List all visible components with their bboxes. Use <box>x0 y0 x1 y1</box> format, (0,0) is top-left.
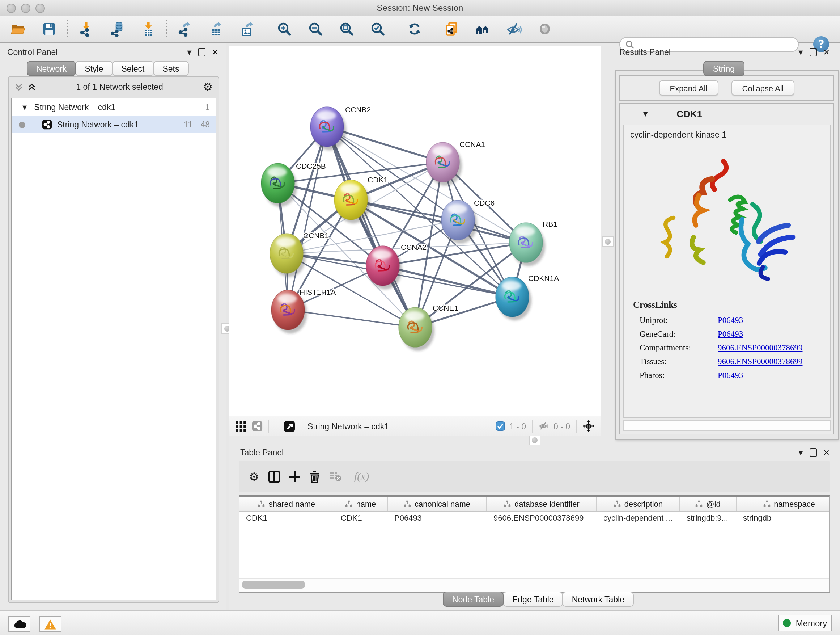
tab-edge-table[interactable]: Edge Table <box>503 592 563 607</box>
tree-expand-icon[interactable]: ▼ <box>22 104 27 111</box>
network-canvas[interactable]: CCNB2CCNA1CDC25BCDK1CDC6RB1CCNB1CCNA2CDK… <box>229 46 601 416</box>
add-column-icon[interactable] <box>290 471 301 482</box>
genecard-link[interactable]: P06493 <box>718 329 743 338</box>
svg-text:CCNA1: CCNA1 <box>459 140 485 149</box>
delete-column-trash-icon[interactable] <box>310 470 320 483</box>
expand-all-button[interactable]: Expand All <box>659 80 718 96</box>
import-network-from-database-icon[interactable] <box>106 18 128 40</box>
save-session-icon[interactable] <box>38 18 60 40</box>
collapse-all-button[interactable]: Collapse All <box>731 80 795 96</box>
warning-icon <box>44 619 57 630</box>
expand-all-icon[interactable] <box>27 82 36 91</box>
maximize-panel-icon[interactable] <box>810 48 817 57</box>
close-panel-icon[interactable]: ✕ <box>212 48 218 57</box>
open-in-window-icon[interactable] <box>284 420 295 432</box>
column-header[interactable]: @id <box>680 497 737 511</box>
table-row[interactable]: CDK1 CDK1 P06493 9606.ENSP00000378699 cy… <box>240 512 829 526</box>
network-edge-count: 48 <box>193 120 210 129</box>
tab-style[interactable]: Style <box>75 61 112 76</box>
zoom-selected-icon[interactable] <box>367 18 388 40</box>
splitter-handle-bottom[interactable] <box>529 434 540 445</box>
protein-node-CDKN1A <box>496 277 531 320</box>
protein-node-HIST1H1A <box>271 290 307 333</box>
tab-select[interactable]: Select <box>112 61 154 76</box>
network-row-selected[interactable]: String Network – cdk1 11 48 <box>11 116 216 133</box>
import-table-icon[interactable] <box>137 18 159 40</box>
close-panel-icon[interactable]: ✕ <box>823 448 830 457</box>
warnings-button[interactable] <box>39 616 62 632</box>
protein-section: ▼ CDK1 cyclin-dependent kinase 1 CrossLi… <box>619 103 834 434</box>
tissues-link[interactable]: 9606.ENSP00000378699 <box>718 357 803 366</box>
float-panel-icon[interactable]: ▼ <box>798 449 803 456</box>
column-type-icon <box>345 500 352 508</box>
birds-eye-view-icon[interactable] <box>236 421 246 431</box>
svg-text:CCNE1: CCNE1 <box>433 304 458 312</box>
zoom-fit-icon[interactable] <box>336 18 357 40</box>
close-panel-icon[interactable]: ✕ <box>823 48 830 57</box>
tab-network[interactable]: Network <box>27 61 76 76</box>
cloud-status-button[interactable] <box>8 616 30 632</box>
show-columns-icon[interactable] <box>269 470 280 483</box>
maximize-panel-icon[interactable] <box>198 48 205 57</box>
tab-string[interactable]: String <box>704 61 744 76</box>
hide-glasses-icon[interactable] <box>503 18 524 40</box>
float-panel-icon[interactable]: ▼ <box>798 49 803 55</box>
results-scrollbar-track[interactable] <box>623 420 831 431</box>
export-network-icon[interactable] <box>174 18 196 40</box>
pan-crosshair-icon[interactable] <box>583 420 595 432</box>
tab-node-table[interactable]: Node Table <box>443 592 504 607</box>
refresh-icon[interactable] <box>404 18 425 40</box>
horizontal-scrollbar[interactable] <box>240 578 829 592</box>
table-header-row: shared name name canonical name database… <box>240 497 829 512</box>
table-settings-gear-icon[interactable]: ⚙ <box>249 470 259 483</box>
column-header[interactable]: namespace <box>737 497 830 511</box>
network-collection-row[interactable]: ▼ String Network – cdk1 1 <box>11 98 216 116</box>
export-image-icon[interactable] <box>237 18 258 40</box>
table-toolbar: ⚙ f(x) <box>239 461 830 492</box>
network-list-header: 1 of 1 Network selected ⚙ <box>9 77 218 96</box>
section-collapse-icon[interactable]: ▼ <box>643 111 647 117</box>
zoom-out-icon[interactable] <box>305 18 326 40</box>
column-header[interactable]: database identifier <box>487 497 597 511</box>
column-header[interactable]: name <box>334 497 388 511</box>
hidden-eye-slash-icon[interactable] <box>538 421 549 431</box>
collapse-all-icon[interactable] <box>14 82 23 91</box>
network-tree: ▼ String Network – cdk1 1 String Network… <box>11 98 216 600</box>
network-view-icon[interactable] <box>252 421 263 432</box>
hidden-node-edge-count: 0 - 0 <box>554 422 570 431</box>
network-selection-status: 1 of 1 Network selected <box>36 82 203 91</box>
scrollbar-thumb[interactable] <box>242 581 305 589</box>
network-view-title: String Network – cdk1 <box>308 422 389 431</box>
compartments-link[interactable]: 9606.ENSP00000378699 <box>718 343 803 352</box>
float-panel-icon[interactable]: ▼ <box>187 49 191 55</box>
show-eye-icon[interactable] <box>534 18 556 40</box>
maximize-panel-icon[interactable] <box>810 448 817 457</box>
function-builder-icon-disabled: f(x) <box>354 470 369 483</box>
memory-button[interactable]: Memory <box>778 615 832 631</box>
tab-sets[interactable]: Sets <box>153 61 188 76</box>
column-type-icon <box>614 500 621 508</box>
cloud-icon <box>13 619 26 629</box>
selected-checkbox-icon[interactable] <box>496 421 505 431</box>
uniprot-link[interactable]: P06493 <box>718 316 743 325</box>
toolbar-separator <box>166 19 168 38</box>
control-panel-tabs: Network Style Select Sets <box>27 61 188 77</box>
pharos-link[interactable]: P06493 <box>718 371 743 379</box>
import-network-icon[interactable] <box>75 18 97 40</box>
memory-status-dot <box>783 619 791 627</box>
open-file-icon[interactable] <box>7 18 29 40</box>
column-header[interactable]: shared name <box>240 497 334 511</box>
column-header[interactable]: canonical name <box>388 497 487 511</box>
gear-icon[interactable]: ⚙ <box>203 80 213 93</box>
crosslink-row: Pharos:P06493 <box>639 371 830 379</box>
zoom-in-icon[interactable] <box>273 18 295 40</box>
column-type-icon <box>404 500 411 508</box>
column-header[interactable]: description <box>597 497 680 511</box>
status-bar: Memory <box>0 610 840 635</box>
session-network-document-icon[interactable] <box>441 18 462 40</box>
string-network-graph[interactable]: CCNB2CCNA1CDC25BCDK1CDC6RB1CCNB1CCNA2CDK… <box>229 46 601 416</box>
export-table-icon[interactable] <box>205 18 227 40</box>
tab-network-table[interactable]: Network Table <box>562 592 634 607</box>
cytoscape-window: Session: New Session <box>0 0 840 635</box>
home-networks-icon[interactable] <box>472 18 493 40</box>
